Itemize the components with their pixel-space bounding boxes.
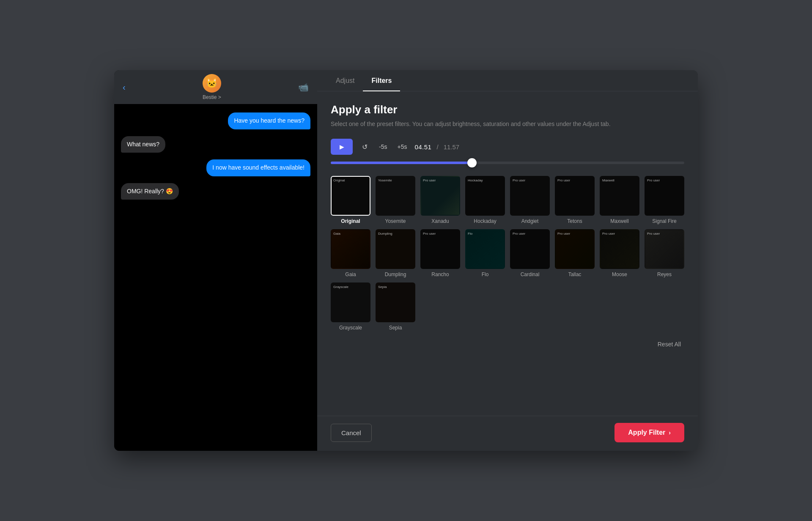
total-time: 11.57 (444, 143, 460, 151)
filter-badge-original: Original (333, 178, 345, 182)
back-button[interactable]: ‹ (123, 82, 126, 92)
filter-name-flo: Flo (482, 271, 489, 277)
replay-icon: ↺ (362, 143, 368, 151)
list-item: I now have sound effects available! (121, 159, 310, 176)
filter-badge-signal-fire: Pro user (647, 178, 660, 182)
filter-thumb-moose: Pro user (600, 229, 639, 269)
filter-item-cardinal[interactable]: Pro userCardinal (510, 229, 550, 277)
play-button[interactable]: ▶ (331, 139, 353, 155)
tab-adjust[interactable]: Adjust (327, 70, 363, 91)
filter-badge-tetons: Pro user (557, 178, 570, 182)
filter-badge-tallac: Pro user (557, 232, 570, 236)
filter-name-original: Original (341, 218, 360, 224)
filter-item-yosemite[interactable]: YosemiteYosemite (376, 176, 415, 224)
filter-item-signal-fire[interactable]: Pro userSignal Fire (645, 176, 684, 224)
filters-grid: OriginalOriginalYosemiteYosemitePro user… (331, 176, 684, 331)
filter-badge-reyes: Pro user (647, 232, 660, 236)
time-separator: / (436, 143, 438, 151)
filter-thumb-reyes: Pro user (645, 229, 684, 269)
filter-name-signal-fire: Signal Fire (652, 218, 676, 224)
message-bubble: What news? (121, 136, 165, 153)
filter-badge-cardinal: Pro user (513, 232, 525, 236)
apply-arrow-icon: › (669, 429, 671, 436)
progress-fill (331, 162, 472, 164)
filter-badge-yosemite: Yosemite (378, 178, 392, 182)
filter-name-gaia: Gaia (345, 271, 356, 277)
filter-thumb-flo: Flo (465, 229, 505, 269)
chat-header-center: 🐱 Bestie > (203, 74, 221, 100)
apply-filter-button[interactable]: Apply Filter › (614, 423, 684, 442)
filter-name-xanadu: Xanadu (431, 218, 449, 224)
message-bubble: OMG! Really? 😍 (121, 183, 179, 200)
filter-name-grayscale: Grayscale (339, 325, 362, 331)
list-item: Have you heard the news? (121, 112, 310, 129)
filter-thumb-hockaday: Hockaday (465, 176, 505, 216)
message-bubble: Have you heard the news? (228, 112, 310, 129)
progress-container[interactable] (331, 162, 684, 164)
list-item: OMG! Really? 😍 (121, 183, 310, 200)
progress-thumb[interactable] (467, 158, 477, 167)
filter-item-andgiet[interactable]: Pro userAndgiet (510, 176, 550, 224)
filter-thumb-dumpling: Dumpling (376, 229, 415, 269)
filter-item-reyes[interactable]: Pro userReyes (645, 229, 684, 277)
filter-item-xanadu[interactable]: Pro userXanadu (420, 176, 460, 224)
chat-messages: Have you heard the news?What news?I now … (114, 104, 317, 451)
filter-item-dumpling[interactable]: DumplingDumpling (376, 229, 415, 277)
filter-thumb-yosemite: Yosemite (376, 176, 415, 216)
filter-item-rancho[interactable]: Pro userRancho (420, 229, 460, 277)
filter-badge-hockaday: Hockaday (468, 178, 483, 182)
filter-name-dumpling: Dumpling (385, 271, 406, 277)
progress-track (331, 162, 684, 164)
filter-name-tallac: Tallac (568, 271, 582, 277)
filter-name-sepia: Sepia (389, 325, 402, 331)
app-container: ‹ 🐱 Bestie > 📹 Have you heard the news?W… (114, 70, 698, 451)
filter-thumb-tallac: Pro user (555, 229, 595, 269)
filter-thumb-signal-fire: Pro user (645, 176, 684, 216)
filter-thumb-grayscale: Grayscale (331, 282, 370, 322)
filter-name-andgiet: Andgiet (521, 218, 539, 224)
filter-thumb-original: Original (331, 176, 370, 216)
editor-panel: Adjust Filters Apply a filter Select one… (317, 70, 698, 451)
filter-item-sepia[interactable]: SepiaSepia (376, 282, 415, 331)
filter-name-tetons: Tetons (567, 218, 582, 224)
cancel-button[interactable]: Cancel (331, 424, 372, 442)
video-call-icon[interactable]: 📹 (298, 82, 309, 92)
replay-button[interactable]: ↺ (358, 140, 371, 154)
list-item: What news? (121, 136, 310, 153)
filter-item-maxwell[interactable]: MaxwellMaxwell (600, 176, 639, 224)
filter-name-maxwell: Maxwell (610, 218, 628, 224)
filter-item-gaia[interactable]: GaiaGaia (331, 229, 370, 277)
editor-tabs: Adjust Filters (317, 70, 698, 91)
tab-filters[interactable]: Filters (363, 70, 400, 91)
filter-badge-flo: Flo (468, 232, 472, 236)
message-bubble: I now have sound effects available! (206, 159, 310, 176)
filter-item-flo[interactable]: FloFlo (465, 229, 505, 277)
filter-item-tetons[interactable]: Pro userTetons (555, 176, 595, 224)
apply-label: Apply Filter (628, 429, 665, 436)
filter-description: Select one of the preset filters. You ca… (331, 120, 684, 129)
filter-name-yosemite: Yosemite (385, 218, 406, 224)
filter-item-moose[interactable]: Pro userMoose (600, 229, 639, 277)
playback-bar: ▶ ↺ -5s +5s 04.51 / 11.57 (331, 139, 684, 155)
filter-item-tallac[interactable]: Pro userTallac (555, 229, 595, 277)
filter-badge-rancho: Pro user (423, 232, 436, 236)
filter-item-hockaday[interactable]: HockadayHockaday (465, 176, 505, 224)
filter-badge-xanadu: Pro user (423, 178, 436, 182)
filter-badge-grayscale: Grayscale (333, 285, 348, 289)
filter-name-cardinal: Cardinal (521, 271, 540, 277)
filter-item-grayscale[interactable]: GrayscaleGrayscale (331, 282, 370, 331)
chat-username: Bestie > (203, 93, 221, 100)
filter-name-reyes: Reyes (657, 271, 672, 277)
filter-title: Apply a filter (331, 103, 684, 116)
filter-thumb-maxwell: Maxwell (600, 176, 639, 216)
current-time: 04.51 (414, 143, 431, 151)
reset-all-button[interactable]: Reset All (654, 339, 684, 349)
forward5-button[interactable]: +5s (395, 142, 409, 152)
filter-name-moose: Moose (612, 271, 627, 277)
filter-thumb-andgiet: Pro user (510, 176, 550, 216)
filter-badge-maxwell: Maxwell (602, 178, 614, 182)
filter-thumb-xanadu: Pro user (420, 176, 460, 216)
chat-panel: ‹ 🐱 Bestie > 📹 Have you heard the news?W… (114, 70, 317, 451)
back5-button[interactable]: -5s (376, 142, 390, 152)
filter-item-original[interactable]: OriginalOriginal (331, 176, 370, 224)
